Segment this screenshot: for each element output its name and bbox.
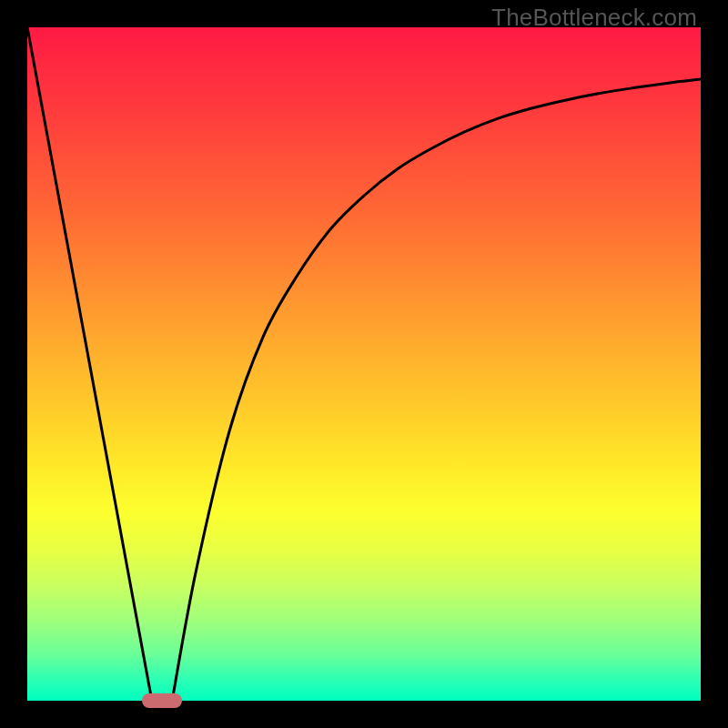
watermark-text: TheBottleneck.com [491,4,697,32]
optimum-marker [142,693,182,708]
plot-area [27,27,701,701]
curve-right-branch [172,79,701,701]
curve-left-branch [27,27,152,701]
chart-frame: TheBottleneck.com [0,0,728,728]
curve-layer [27,27,701,701]
